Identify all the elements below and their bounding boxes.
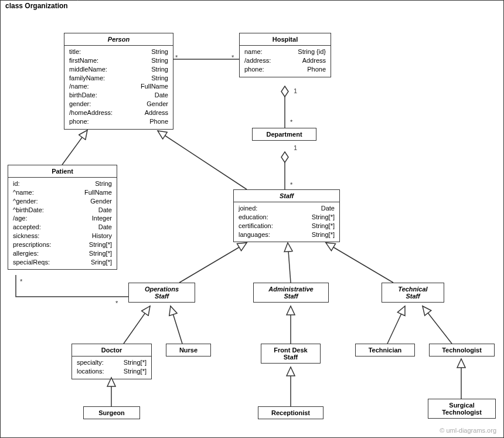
svg-line-8 [124,306,150,344]
attr-row: specialReqs:Sring[*] [13,258,112,267]
class-ops-title: OperationsStaff [129,283,195,302]
mult-one: 1 [294,144,297,151]
attr-row: education:String[*] [239,213,335,222]
svg-line-11 [387,306,405,344]
class-staff: Staff joined:Dateeducation:String[*]cert… [233,189,340,242]
attr-row: /homeAddress:Address [69,108,168,117]
watermark: © uml-diagrams.org [440,427,496,434]
svg-line-6 [288,243,291,283]
class-person: Person title:StringfirstName:Stringmiddl… [64,33,173,130]
attr-row: /address:Address [244,56,326,65]
class-doctor: Doctor specialty:String[*]locations:Stri… [71,344,152,379]
class-surgtech-title: SurgicalTechnologist [428,399,495,418]
attr-row: locations:String[*] [77,367,147,376]
svg-line-3 [62,130,87,165]
attr-row: phone:Phone [244,65,326,74]
class-technologist: Technologist [429,344,495,356]
attr-row: phone:Phone [69,117,168,126]
class-hospital-attrs: name:String {id}/address:Addressphone:Ph… [240,46,331,77]
mult-star: * [290,118,292,125]
class-doctor-title: Doctor [72,344,151,356]
frame-title: class Organization [0,0,78,11]
svg-line-7 [326,243,393,283]
class-ops-staff: OperationsStaff [128,283,195,303]
svg-line-4 [158,131,247,189]
class-staff-title: Staff [234,190,339,202]
attr-row: ^gender:Gender [13,197,112,206]
class-admin-staff: AdministrativeStaff [253,283,329,303]
class-tech-title: TechnicalStaff [382,283,444,302]
attr-row: prescriptions:String[*] [13,240,112,249]
class-frontdesk-title: Front DeskStaff [261,344,320,363]
class-tech-staff: TechnicalStaff [382,283,444,303]
class-hospital: Hospital name:String {id}/address:Addres… [239,33,331,77]
attr-row: /age:Integer [13,214,112,223]
class-staff-attrs: joined:Dateeducation:String[*]certificat… [234,202,339,242]
attr-row: firstName:String [69,56,168,65]
mult-star: * [290,181,292,188]
class-admin-title: AdministrativeStaff [254,283,328,302]
attr-row: gender:Gender [69,100,168,108]
mult-one: 1 [294,87,297,94]
class-surgeon: Surgeon [83,406,140,419]
attr-row: /name:FullName [69,82,168,91]
class-patient: Patient id:String^name:FullName^gender:G… [8,165,117,270]
class-person-title: Person [64,33,173,46]
attr-row: sickness:History [13,232,112,240]
attr-row: middleName:String [69,65,168,74]
attr-row: languages:String[*] [239,230,335,239]
class-person-attrs: title:StringfirstName:StringmiddleName:S… [64,46,173,129]
class-patient-attrs: id:String^name:FullName^gender:Gender^bi… [8,178,117,269]
class-surgeon-title: Surgeon [84,407,139,419]
mult-star: * [115,300,118,307]
class-receptionist: Receptionist [258,406,323,419]
mult-star: * [20,278,22,285]
class-technologist-title: Technologist [430,344,494,356]
class-technician: Technician [355,344,415,356]
attr-row: certification:String[*] [239,222,335,230]
class-technician-title: Technician [356,344,414,356]
class-doctor-attrs: specialty:String[*]locations:String[*] [72,356,151,379]
class-frontdesk: Front DeskStaff [261,344,321,364]
class-nurse-title: Nurse [166,344,210,356]
attr-row: ^birthDate:Date [13,206,112,215]
diagram-frame: class Organization Person title:Stringfi… [0,0,504,438]
class-nurse: Nurse [166,344,211,356]
class-hospital-title: Hospital [240,33,331,46]
attr-row: ^name:FullName [13,188,112,197]
class-surgtech: SurgicalTechnologist [428,399,496,419]
class-receptionist-title: Receptionist [258,407,323,419]
mult-star: * [175,54,178,61]
attr-row: id:String [13,179,112,188]
attr-row: allergies:String[*] [13,249,112,258]
attr-row: joined:Date [239,204,335,213]
attr-row: specialty:String[*] [77,358,147,367]
svg-line-5 [179,243,247,283]
class-department: Department [252,128,316,141]
svg-line-12 [423,306,452,344]
attr-row: title:String [69,47,168,56]
attr-row: accepted:Date [13,223,112,232]
class-department-title: Department [253,128,316,140]
attr-row: birthDate:Date [69,91,168,100]
svg-line-9 [171,306,182,344]
class-patient-title: Patient [8,165,117,178]
mult-star: * [231,54,234,61]
attr-row: familyName:String [69,74,168,83]
attr-row: name:String {id} [244,47,326,56]
